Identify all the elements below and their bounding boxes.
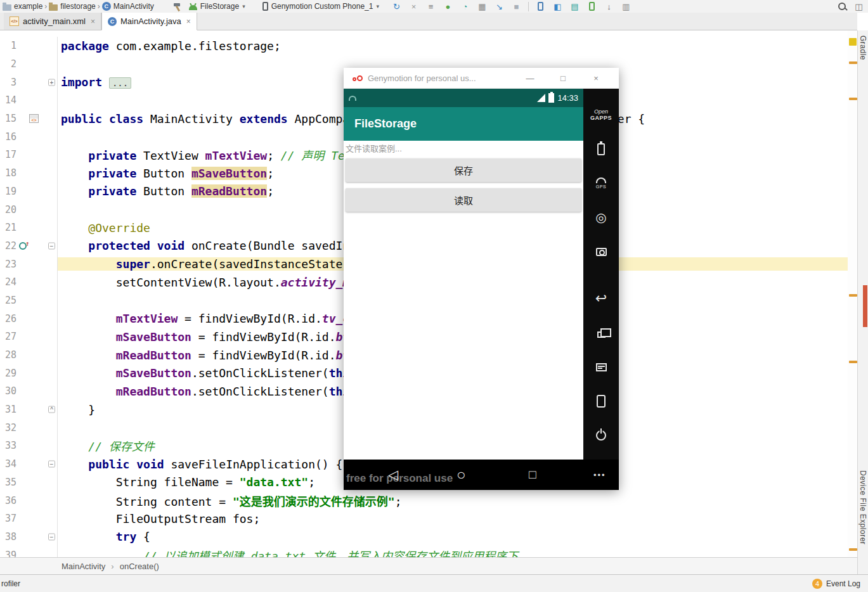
save-button[interactable]: 保存 <box>346 158 581 182</box>
genymotion-panel-icon[interactable] <box>596 350 607 384</box>
fold-marker-icon[interactable]: ^ <box>48 406 55 413</box>
tab-close-icon[interactable]: × <box>91 17 95 26</box>
coverage-icon[interactable]: ▦ <box>477 1 488 12</box>
gradle-tool-button[interactable]: Gradle <box>858 35 867 60</box>
fold-column <box>47 328 58 346</box>
warning-stripe-mark[interactable] <box>849 294 857 297</box>
fold-marker-icon[interactable]: + <box>48 79 55 86</box>
structure-icon[interactable]: ▥ <box>621 1 632 12</box>
layout-inspector-icon[interactable]: ◧ <box>552 1 563 12</box>
gutter <box>16 255 47 273</box>
run-configuration-dropdown[interactable]: FileStorage ▾ <box>185 1 249 12</box>
code-token: mTextView <box>205 149 268 162</box>
breadcrumb-item-mainactivity[interactable]: MainActivity <box>102 2 154 11</box>
line-number: 14 <box>0 94 16 106</box>
fold-marker-icon[interactable]: − <box>48 533 55 540</box>
device-label: Genymotion Custom Phone_1 <box>271 2 373 11</box>
fold-column <box>47 346 58 364</box>
genymotion-battery-icon[interactable] <box>597 132 605 166</box>
genymotion-power-icon[interactable] <box>596 418 606 453</box>
close-button[interactable]: × <box>582 74 610 83</box>
gutter <box>16 491 47 510</box>
stop-icon[interactable]: ■ <box>511 1 522 12</box>
device-dropdown[interactable]: Genymotion Custom Phone_1 ▾ <box>259 1 383 12</box>
editor-breadcrumbs: MainActivity › onCreate() <box>0 557 857 574</box>
gps-label: GPS <box>596 184 606 189</box>
attach-icon[interactable]: ↘ <box>494 1 505 12</box>
genymotion-location-icon[interactable]: ◎ <box>595 200 606 235</box>
line-number: 37 <box>0 513 16 524</box>
breadcrumb-method[interactable]: onCreate() <box>120 562 159 571</box>
genymotion-more-button[interactable]: ••• <box>593 470 606 480</box>
line-number: 38 <box>0 531 16 543</box>
code-token: mTextView <box>116 312 178 325</box>
java-class-icon <box>108 17 117 26</box>
android-home-button[interactable]: ○ <box>457 466 466 484</box>
breadcrumb-item-filestorage[interactable]: filestorage <box>49 2 95 11</box>
avd-icon[interactable] <box>586 1 597 12</box>
warning-stripe-mark[interactable] <box>849 361 857 363</box>
tab-mainactivity-java[interactable]: MainActivity.java × <box>101 13 197 30</box>
fold-column <box>47 37 58 55</box>
folder-icon <box>3 4 11 11</box>
debug-icon[interactable]: ● <box>443 1 453 12</box>
sync-icon[interactable]: ↻ <box>391 1 402 12</box>
gutter <box>16 473 47 492</box>
android-recents-button[interactable]: □ <box>529 468 536 482</box>
code-token <box>61 440 88 453</box>
genymotion-back-icon[interactable]: ↩ <box>595 281 607 316</box>
sdk-icon[interactable]: ↓ <box>604 1 614 12</box>
read-button[interactable]: 读取 <box>346 188 581 212</box>
layout-panels-icon[interactable]: ◫ <box>853 1 864 12</box>
genymotion-windows-icon[interactable] <box>597 316 606 350</box>
code-token <box>61 312 116 325</box>
code-line-1[interactable]: 1package com.example.filestorage; <box>0 37 848 55</box>
device-file-explorer-tool-button[interactable]: Device File Explorer <box>858 470 867 544</box>
gutter <box>16 237 47 255</box>
build-hammer-icon[interactable] <box>172 1 183 12</box>
breadcrumb-class[interactable]: MainActivity <box>62 562 105 571</box>
code-line-37[interactable]: 37 FileOutputStream fos; <box>0 510 848 528</box>
maximize-button[interactable]: □ <box>549 74 577 83</box>
fold-marker-icon[interactable]: − <box>48 461 55 468</box>
gutter <box>16 346 47 364</box>
fold-column <box>47 164 58 183</box>
open-gapps-button[interactable]: OpenGAPPS <box>590 98 612 132</box>
device-manager-icon[interactable] <box>535 1 546 12</box>
scrollbar-mark-red[interactable] <box>863 285 867 327</box>
code-token: String content = <box>61 495 233 508</box>
run-list-icon[interactable]: ≡ <box>425 1 436 12</box>
code-line-39[interactable]: 39 // 以追加模式创建 data.txt 文件，并写入内容保存文件到应用程序… <box>0 546 848 557</box>
warning-stripe-mark[interactable] <box>849 61 857 64</box>
profiler-icon[interactable]: ◔ <box>460 1 470 12</box>
tab-activity-main-xml[interactable]: activity_main.xml × <box>4 13 101 30</box>
code-text: // 以追加模式创建 data.txt 文件，并写入内容保存文件到应用程序下 <box>58 547 848 557</box>
genymotion-camera-icon[interactable] <box>596 235 607 269</box>
logcat-icon[interactable]: ▤ <box>569 1 580 12</box>
gutter <box>16 164 47 183</box>
warning-stripe-mark[interactable] <box>849 548 857 551</box>
code-line-38[interactable]: 38− try { <box>0 528 848 546</box>
genymotion-gps-icon[interactable]: GPS <box>596 166 606 200</box>
fold-marker-icon[interactable]: − <box>48 242 55 249</box>
code-token: @Override <box>88 221 150 235</box>
code-line-36[interactable]: 36 String content = "这是我们演示的文件存储示例"; <box>0 491 848 510</box>
emulator-title-bar[interactable]: Genymotion for personal us... — □ × <box>344 68 619 89</box>
warning-stripe-mark[interactable] <box>849 98 857 100</box>
cancel-sync-icon[interactable]: × <box>408 1 419 12</box>
related-symbol-gutter-icon[interactable] <box>29 114 39 123</box>
gutter <box>16 37 47 55</box>
breadcrumb-item-example[interactable]: example <box>3 2 42 11</box>
code-token <box>61 550 143 557</box>
event-log-button[interactable]: Event Log <box>826 579 860 588</box>
minimize-button[interactable]: — <box>516 74 544 83</box>
fold-column <box>47 546 58 557</box>
fold-column: ^ <box>47 401 58 419</box>
overriding-method-gutter-icon[interactable] <box>19 242 27 250</box>
genymotion-shell-icon[interactable] <box>597 384 606 418</box>
search-everywhere-icon[interactable] <box>837 1 848 12</box>
tab-close-icon[interactable]: × <box>186 17 191 26</box>
warning-stripe-mark[interactable] <box>849 38 857 46</box>
event-count-badge: 4 <box>812 579 822 589</box>
profiler-tool-button[interactable]: rofiler <box>1 579 20 588</box>
